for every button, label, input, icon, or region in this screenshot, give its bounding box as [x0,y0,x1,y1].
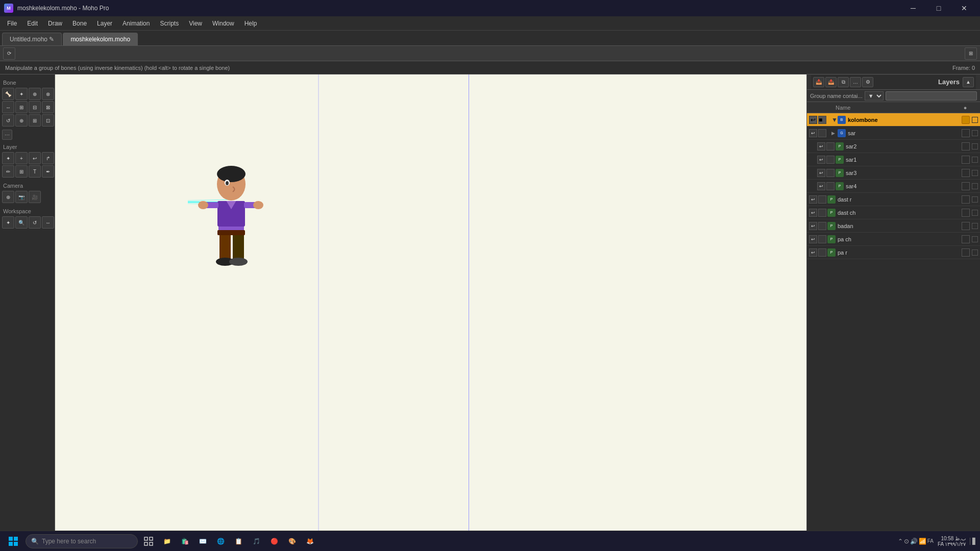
layer-checkbox[interactable] [972,117,978,123]
bone-extra-tool[interactable]: ⋯ [2,130,12,140]
layer-row[interactable]: ↩ P dast ch [807,206,980,219]
toolbar-btn-1[interactable]: ⟳ [3,47,15,60]
taskbar-file-explorer[interactable]: 📁 [159,532,175,550]
bone-tool-11[interactable]: ⊞ [29,114,41,127]
ik-tool[interactable]: ⋯ [2,130,12,140]
layer-move-up-btn[interactable]: … [850,77,861,87]
taskbar-app1[interactable]: 🌐 [213,532,229,550]
layer-tool-2[interactable]: + [15,152,28,164]
layer-checkbox[interactable] [972,223,978,229]
camera-tool-3[interactable]: 🎥 [29,191,41,203]
tab-untitled[interactable]: Untitled.moho ✎ [2,33,62,45]
layer-row[interactable]: ↩ P dast r [807,193,980,206]
taskbar-app2[interactable]: 📋 [231,532,247,550]
layer-color-swatch[interactable] [962,129,970,137]
taskbar-app6[interactable]: 🦊 [302,532,318,550]
layer-vis-toggle[interactable] [826,182,835,190]
layer-tool-6[interactable]: ⊞ [15,165,28,178]
layer-row[interactable]: ↩ P sar4 [807,180,980,193]
menu-bone[interactable]: Bone [67,18,92,29]
layer-tool-7[interactable]: T [29,165,41,178]
layer-color-swatch[interactable] [962,156,970,164]
menu-animation[interactable]: Animation [117,18,155,29]
layer-row[interactable]: ↩ P pa r [807,246,980,259]
bone-tool-2[interactable]: ✦ [15,88,28,100]
layer-color-swatch[interactable] [962,248,970,257]
layer-vis-toggle[interactable]: ■ [818,116,826,124]
bone-tool-8[interactable]: ⊠ [42,101,54,113]
layer-row[interactable]: ↩ P sar2 [807,140,980,153]
tab-moshkelekolom[interactable]: moshkelekolom.moho [63,33,138,45]
layer-tool-3[interactable]: ↩ [29,152,41,164]
layer-vis-toggle[interactable] [818,129,826,137]
layer-tool-8[interactable]: ✒ [42,165,54,178]
layer-vis-toggle[interactable] [818,222,826,230]
taskbar-app4[interactable]: 🔴 [266,532,282,550]
start-button[interactable] [3,532,23,550]
layer-row[interactable]: ↩ P sar1 [807,153,980,166]
camera-tool-1[interactable]: ⊕ [2,191,14,203]
ws-tool-1[interactable]: ✦ [2,216,14,229]
layer-color-swatch[interactable] [962,195,970,204]
layer-vis-toggle[interactable] [818,195,826,204]
bone-tool-1[interactable]: 🦴 [2,88,14,100]
bone-tool-7[interactable]: ⊟ [29,101,41,113]
layer-checkbox[interactable] [972,249,978,256]
layer-vis-toggle[interactable] [826,156,835,164]
close-button[interactable]: ✕ [952,0,976,16]
layer-row[interactable]: ↩ P badan [807,219,980,233]
maximize-button[interactable]: □ [927,0,950,16]
group-filter-dropdown[interactable]: ▼ [865,91,884,101]
layer-color-swatch[interactable] [962,182,970,190]
canvas-area[interactable] [55,74,806,551]
bone-tool-6[interactable]: ⊞ [15,101,28,113]
layer-row[interactable]: ↩ P pa ch [807,233,980,246]
layer-vis-toggle[interactable] [818,209,826,217]
show-desktop-btn[interactable]: ▋ [970,538,977,545]
layer-vis-toggle[interactable] [818,235,826,243]
menu-window[interactable]: Window [207,18,239,29]
menu-edit[interactable]: Edit [22,18,43,29]
layer-settings-btn[interactable]: ⚙ [862,77,873,87]
menu-file[interactable]: File [2,18,22,29]
menu-draw[interactable]: Draw [43,18,67,29]
bone-tool-10[interactable]: ⊕ [15,114,28,127]
layer-vis-toggle[interactable] [818,248,826,257]
layer-row[interactable]: ↩ P sar3 [807,166,980,180]
taskbar-app3[interactable]: 🎵 [249,532,264,550]
layer-vis-toggle[interactable] [826,142,835,151]
menu-view[interactable]: View [184,18,207,29]
layer-color-swatch[interactable] [962,222,970,230]
layer-color-swatch[interactable] [962,142,970,151]
menu-layer[interactable]: Layer [92,18,117,29]
minimize-button[interactable]: ─ [901,0,925,16]
layer-tool-5[interactable]: ✏ [2,165,14,178]
bone-tool-5[interactable]: ↔ [2,101,14,113]
layer-row[interactable]: ↩ ▶ G sar [807,127,980,140]
layer-checkbox[interactable] [972,183,978,189]
tray-up-arrow[interactable]: ⌃ [898,538,903,545]
layer-checkbox[interactable] [972,196,978,203]
layer-row[interactable]: ↩ ■ ▼ B kolombone [807,113,980,127]
layer-checkbox[interactable] [972,170,978,176]
layers-collapse-btn[interactable]: ▲ [963,77,974,87]
bone-tool-3[interactable]: ⊕ [29,88,41,100]
camera-tool-2[interactable]: 📷 [15,191,28,203]
layer-add-btn[interactable]: 📥 [813,77,824,87]
bone-tool-9[interactable]: ↺ [2,114,14,127]
bone-tool-4[interactable]: ⊗ [42,88,54,100]
taskbar-mail[interactable]: ✉️ [195,532,211,550]
group-filter-input[interactable] [886,91,977,101]
system-clock[interactable]: 10:58 ب.ظ FA ۱۳۹۹/۱/۲۷ [935,536,969,547]
layer-checkbox[interactable] [972,210,978,216]
bone-tool-12[interactable]: ⊡ [42,114,54,127]
layer-tool-4[interactable]: ↱ [42,152,54,164]
layer-export-btn[interactable]: 📤 [825,77,837,87]
layer-checkbox[interactable] [972,236,978,242]
menu-help[interactable]: Help [239,18,262,29]
taskbar-search-box[interactable]: 🔍 Type here to search [26,534,138,548]
layer-vis-toggle[interactable] [826,169,835,177]
expand-icon[interactable]: ▼ [831,116,838,123]
layer-color-swatch[interactable] [962,169,970,177]
layer-checkbox[interactable] [972,143,978,149]
